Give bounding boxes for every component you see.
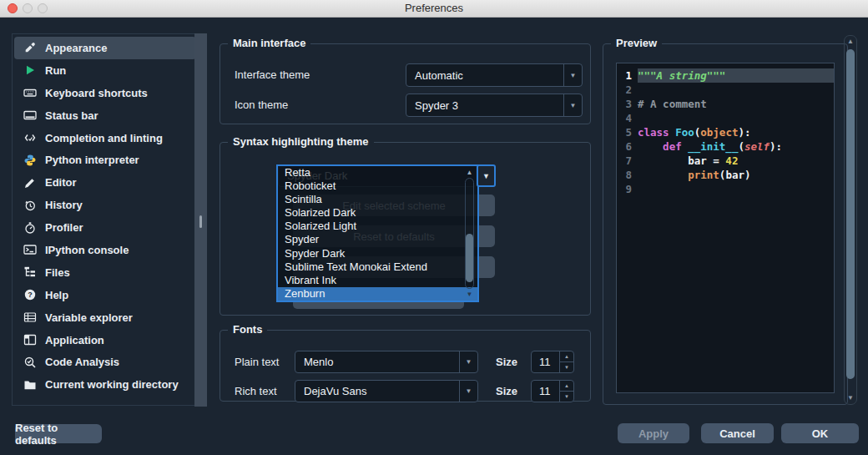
code-text — [638, 182, 834, 196]
plain-text-label: Plain text — [235, 356, 279, 368]
splitter[interactable] — [194, 33, 207, 407]
python-icon — [23, 154, 38, 167]
sidebar-item-label: Status bar — [45, 109, 98, 122]
line-number: 7 — [617, 154, 638, 168]
fonts-group: Fonts Plain text Menlo ▼ Size 11 ▲▼ Rich… — [220, 330, 591, 402]
syntax-theme-dropdown-button[interactable]: ▼ — [477, 164, 496, 187]
preferences-window: Preferences AppearanceRunKeyboard shortc… — [0, 0, 868, 455]
theme-list: RettaRoboticketScintillaSolarized DarkSo… — [278, 166, 477, 301]
icon-theme-label: Icon theme — [235, 99, 288, 111]
sidebar-item-editor[interactable]: Editor — [14, 171, 196, 194]
window-title: Preferences — [0, 2, 868, 14]
rich-font-select[interactable]: DejaVu Sans ▼ — [295, 380, 478, 402]
size-label: Size — [496, 385, 517, 397]
reset-to-defaults-button[interactable]: Reset to defaults — [15, 424, 102, 443]
plain-font-select[interactable]: Menlo ▼ — [295, 351, 478, 373]
code-line: 2 — [617, 83, 834, 97]
pencil-icon — [23, 176, 38, 190]
theme-list-scrollbar[interactable]: ▲ ▼ — [464, 168, 475, 299]
theme-list-popup: RettaRoboticketScintillaSolarized DarkSo… — [276, 164, 479, 302]
scrollbar-thumb[interactable] — [466, 234, 473, 282]
plain-font-value: Menlo — [295, 351, 459, 372]
spin-up-icon[interactable]: ▲ — [560, 351, 573, 362]
line-number: 6 — [617, 139, 638, 154]
sidebar-item-history[interactable]: History — [14, 194, 196, 216]
group-title: Preview — [611, 37, 662, 49]
code-preview: 1"""A string"""23# A comment45class Foo(… — [616, 63, 835, 393]
chevron-down-icon: ▼ — [563, 64, 582, 86]
theme-option[interactable]: Roboticket — [278, 179, 477, 193]
code-text: # A comment — [638, 97, 834, 111]
help-question-icon: ? — [23, 288, 38, 301]
icon-theme-value: Spyder 3 — [406, 94, 563, 116]
theme-option[interactable]: Spyder Dark — [278, 247, 477, 260]
size-label: Size — [496, 356, 517, 368]
sidebar-item-label: Current working directory — [45, 378, 179, 391]
line-number: 4 — [617, 111, 638, 125]
sidebar-item-label: Run — [45, 64, 66, 77]
sidebar-item-code-analysis[interactable]: Code Analysis — [14, 351, 196, 373]
ok-button[interactable]: OK — [781, 423, 859, 443]
scroll-down-icon[interactable]: ▼ — [464, 290, 475, 299]
theme-option[interactable]: Spyder — [278, 233, 477, 246]
sidebar-item-profiler[interactable]: Profiler — [14, 216, 196, 239]
magnifier-check-icon — [23, 356, 38, 369]
sidebar-item-help[interactable]: ?Help — [14, 284, 196, 306]
icon-theme-select[interactable]: Spyder 3 ▼ — [406, 94, 583, 117]
statusbar-icon — [23, 109, 38, 122]
theme-option[interactable]: Zenburn — [278, 287, 477, 301]
keyboard-icon — [23, 86, 38, 99]
code-line: 3# A comment — [617, 97, 834, 111]
preview-scrollbar[interactable]: ▲ ▼ — [844, 35, 857, 405]
spin-down-icon[interactable]: ▼ — [560, 362, 573, 372]
scrollbar-thumb[interactable] — [846, 49, 855, 379]
line-number: 3 — [617, 97, 638, 111]
code-line: 8 print(bar) — [617, 168, 834, 182]
sidebar-item-label: IPython console — [45, 244, 129, 256]
sidebar-item-status-bar[interactable]: Status bar — [14, 104, 196, 127]
sidebar-item-ipython-console[interactable]: IPython console — [14, 239, 196, 261]
theme-option[interactable]: Scintilla — [278, 193, 477, 206]
interface-theme-select[interactable]: Automatic ▼ — [406, 63, 583, 87]
sidebar-item-label: Appearance — [45, 42, 107, 54]
sidebar-item-keyboard-shortcuts[interactable]: Keyboard shortcuts — [14, 82, 196, 104]
theme-option[interactable]: Retta — [278, 166, 477, 179]
sidebar-item-files[interactable]: Files — [14, 261, 196, 284]
sidebar-item-run[interactable]: Run — [14, 59, 196, 82]
cancel-button[interactable]: Cancel — [701, 423, 774, 443]
sidebar-item-label: History — [45, 199, 83, 211]
file-tree-icon — [23, 265, 38, 279]
apply-button[interactable]: Apply — [618, 423, 689, 443]
plain-size-spinner[interactable]: 11 ▲▼ — [531, 351, 574, 373]
sidebar-item-completion-linting[interactable]: Completion and linting — [14, 127, 196, 149]
code-line: 1"""A string""" — [617, 68, 834, 83]
theme-option[interactable]: Vibrant Ink — [278, 274, 477, 287]
code-line: 4 — [617, 111, 834, 125]
spin-down-icon[interactable]: ▼ — [560, 392, 573, 402]
rich-size-spinner[interactable]: 11 ▲▼ — [531, 380, 574, 402]
spin-up-icon[interactable]: ▲ — [560, 381, 573, 392]
theme-option[interactable]: Solarized Light — [278, 220, 477, 233]
code-line: 7 bar = 42 — [617, 154, 834, 168]
sidebar-item-label: Files — [45, 266, 70, 279]
splitter-handle-icon — [199, 215, 202, 228]
sidebar-item-cwd[interactable]: Current working directory — [14, 373, 196, 396]
sidebar-item-application[interactable]: Application — [14, 329, 196, 351]
sidebar-item-python-interpreter[interactable]: Python interpreter — [14, 149, 196, 171]
scroll-up-icon[interactable]: ▲ — [464, 168, 475, 177]
code-text: class Foo(object): — [638, 125, 834, 139]
code-text: def __init__(self): — [638, 139, 834, 154]
sidebar-item-appearance[interactable]: Appearance — [14, 37, 196, 59]
rich-text-label: Rich text — [235, 385, 277, 397]
button-label: OK — [812, 427, 829, 440]
scroll-up-icon[interactable]: ▲ — [845, 38, 856, 46]
line-number: 2 — [617, 83, 638, 97]
titlebar: Preferences — [0, 0, 868, 18]
eyedropper-icon — [23, 41, 38, 54]
theme-option[interactable]: Sublime Text Monokai Extend — [278, 260, 477, 274]
syntax-theme-group: Syntax highlighting theme Edit selected … — [220, 142, 591, 316]
sidebar-item-variable-explorer[interactable]: Variable explorer — [14, 306, 196, 329]
run-play-icon — [23, 63, 38, 77]
theme-option[interactable]: Solarized Dark — [278, 206, 477, 220]
scroll-down-icon[interactable]: ▼ — [845, 394, 856, 402]
